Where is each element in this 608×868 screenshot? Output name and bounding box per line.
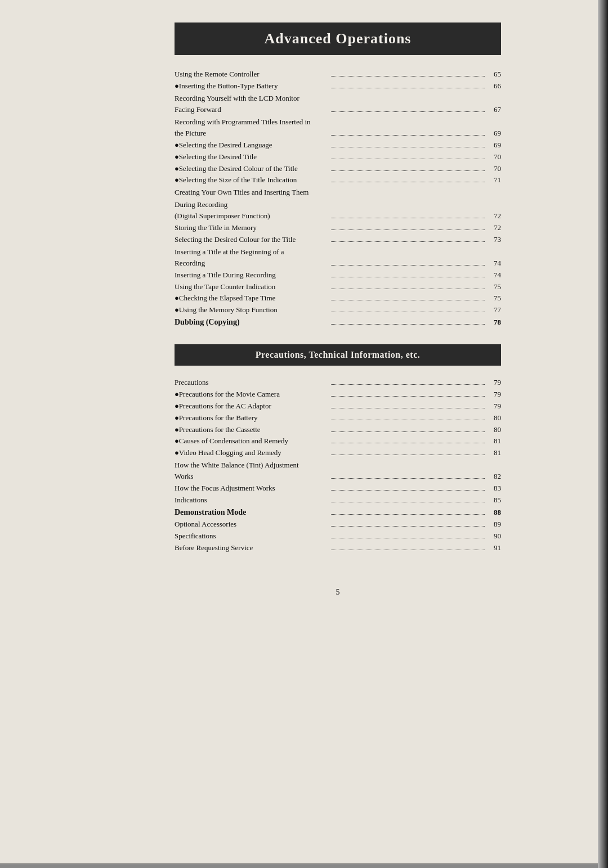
toc-page: 73 [487, 234, 501, 246]
toc-page: 72 [487, 210, 501, 222]
toc-page: 80 [487, 424, 501, 436]
toc-dots [331, 218, 485, 218]
toc-text: ●Selecting the Desired Colour of the Tit… [175, 163, 329, 175]
toc-text: Selecting the Desired Colour for the Tit… [175, 234, 329, 246]
toc-entry-storing-title: Storing the Title in Memory 72 [175, 222, 501, 234]
toc-page: 74 [487, 258, 501, 269]
page: Advanced Operations Using the Remote Con… [0, 0, 608, 868]
toc-text: ●Selecting the Size of the Title Indicat… [175, 174, 329, 186]
toc-dots [331, 478, 485, 479]
toc-dots [331, 502, 485, 502]
toc-page: 72 [487, 222, 501, 234]
toc-entry-remote: Using the Remote Controller 65 [175, 69, 501, 80]
toc-entry-size-title: ●Selecting the Size of the Title Indicat… [175, 174, 501, 186]
toc-entry-white-balance-title1: How the White Balance (Tint) Adjustment [175, 459, 501, 471]
toc-entry-video-head: ●Video Head Clogging and Remedy 81 [175, 447, 501, 459]
toc-text: ●Precautions for the Cassette [175, 424, 329, 436]
toc-dots [331, 277, 485, 277]
toc-page: 82 [487, 471, 501, 483]
toc-page: 67 [487, 104, 501, 116]
toc-dots [331, 490, 485, 491]
toc-entry-precautions: Precautions 79 [175, 377, 501, 389]
toc-entry-indications: Indications 85 [175, 494, 501, 506]
toc-text: Indications [175, 494, 329, 506]
toc-page: 65 [487, 69, 501, 80]
toc-page: 79 [487, 389, 501, 401]
toc-page: 80 [487, 412, 501, 424]
toc-entry-inserting-during: Inserting a Title During Recording 74 [175, 269, 501, 281]
toc-entry-facing: Facing Forward 67 [175, 104, 501, 116]
toc-entry-superimposer: (Digital Superimposer Function) 72 [175, 210, 501, 222]
toc-text: ●Selecting the Desired Title [175, 151, 329, 163]
toc-text: Before Requesting Service [175, 542, 329, 554]
toc-dots [331, 420, 485, 420]
toc-dots [331, 76, 485, 77]
toc-page: 78 [487, 317, 501, 329]
toc-text: ●Checking the Elapsed Tape Time [175, 293, 329, 304]
toc-entry-tape-counter: Using the Tape Counter Indication 75 [175, 281, 501, 293]
toc-dots [331, 135, 485, 136]
page-number: 5 [175, 588, 501, 597]
toc-dots [331, 147, 485, 147]
precautions-title: Precautions, Technical Information, etc. [186, 350, 490, 360]
toc-page: 69 [487, 140, 501, 151]
toc-page: 81 [487, 435, 501, 447]
toc-entry-colour-for-title: Selecting the Desired Colour for the Tit… [175, 234, 501, 246]
toc-text: ●Causes of Condensation and Remedy [175, 435, 329, 447]
toc-entry-white-balance-works: Works 82 [175, 471, 501, 483]
toc-dots [331, 514, 485, 515]
toc-page: 74 [487, 269, 501, 281]
advanced-operations-title: Advanced Operations [186, 30, 490, 47]
toc-entry-demonstration: Demonstration Mode 88 [175, 506, 501, 519]
toc-text: Using the Remote Controller [175, 69, 329, 80]
toc-text: Facing Forward [175, 104, 329, 116]
toc-text: Storing the Title in Memory [175, 222, 329, 234]
toc-dots [331, 159, 485, 159]
toc-dots [331, 396, 485, 397]
toc-page: 66 [487, 80, 501, 92]
toc-entry-specifications: Specifications 90 [175, 530, 501, 542]
toc-text: Inserting a Title During Recording [175, 269, 329, 281]
toc-entry-precautions-movie: ●Precautions for the Movie Camera 79 [175, 389, 501, 401]
right-edge-decoration [598, 0, 608, 868]
content-area: Advanced Operations Using the Remote Con… [175, 23, 501, 597]
toc-entry-condensation: ●Causes of Condensation and Remedy 81 [175, 435, 501, 447]
toc-text: Using the Tape Counter Indication [175, 281, 329, 293]
toc-dots [331, 455, 485, 455]
toc-dots [331, 230, 485, 230]
toc-page: 83 [487, 483, 501, 494]
toc-dots [331, 550, 485, 550]
toc-text: Optional Accessories [175, 519, 329, 530]
toc-entry-creating-title2: During Recording [175, 199, 501, 210]
toc-page: 81 [487, 447, 501, 459]
toc-entry-optional: Optional Accessories 89 [175, 519, 501, 530]
toc-entry-dubbing: Dubbing (Copying) 78 [175, 316, 501, 329]
toc-text: Works [175, 471, 329, 483]
toc-entry-language: ●Selecting the Desired Language 69 [175, 140, 501, 151]
toc-entry-creating-title1: Creating Your Own Titles and Inserting T… [175, 186, 501, 198]
toc-text: ●Video Head Clogging and Remedy [175, 447, 329, 459]
toc-dots [331, 170, 485, 171]
toc-dots [331, 526, 485, 527]
toc-page: 85 [487, 494, 501, 506]
toc-entry-precautions-cassette: ●Precautions for the Cassette 80 [175, 424, 501, 436]
toc-entry-before-service: Before Requesting Service 91 [175, 542, 501, 554]
toc-dots [331, 88, 485, 88]
toc-entry-lcd-title: Recording Yourself with the LCD Monitor [175, 92, 501, 104]
toc-text: ●Inserting the Button-Type Battery [175, 80, 329, 92]
bottom-edge-decoration [0, 863, 598, 868]
toc-page: 70 [487, 151, 501, 163]
toc-dots [331, 431, 485, 432]
toc-dots [331, 324, 485, 325]
toc-page: 88 [487, 507, 501, 519]
toc-text: Precautions [175, 377, 329, 389]
toc-text: ●Selecting the Desired Language [175, 140, 329, 151]
toc-entry-precautions-battery: ●Precautions for the Battery 80 [175, 412, 501, 424]
toc-page: 69 [487, 128, 501, 140]
toc-entry-programmed-title1: Recording with Programmed Titles Inserte… [175, 116, 501, 128]
toc-text: the Picture [175, 128, 329, 140]
toc-text: Recording [175, 258, 329, 269]
toc-entry-memory-stop: ●Using the Memory Stop Function 77 [175, 304, 501, 316]
toc-dots [331, 265, 485, 266]
precautions-header: Precautions, Technical Information, etc. [175, 344, 501, 366]
